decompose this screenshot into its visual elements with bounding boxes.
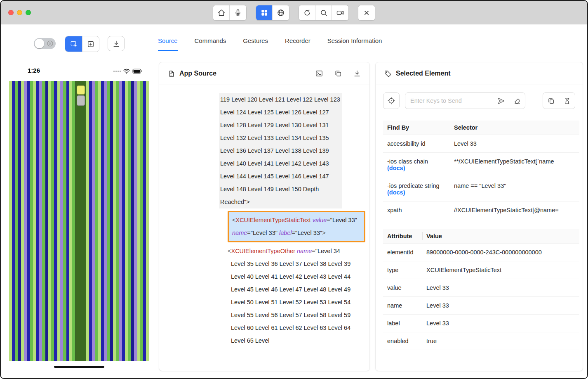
toggle-attributes-button[interactable] [315, 69, 323, 78]
screen-record-button[interactable] [332, 5, 348, 20]
clear-element-button[interactable] [509, 92, 525, 109]
stripe [69, 81, 72, 361]
stripe [72, 81, 75, 361]
search-button[interactable] [315, 5, 332, 20]
tab-gestures[interactable]: Gestures [243, 37, 268, 51]
stripe [104, 81, 107, 361]
stripe [57, 81, 60, 361]
microphone-icon [234, 9, 242, 17]
player-block-top [77, 85, 85, 95]
source-next-element[interactable]: <XCUIElementTypeOther name="Level 34 Lev… [228, 245, 351, 347]
traffic-lights [8, 10, 31, 15]
stripe [21, 81, 24, 361]
tab-source[interactable]: Source [158, 37, 178, 51]
tab-session-information[interactable]: Session Information [327, 37, 382, 51]
source-parent-text[interactable]: 119 Level 120 Level 121 Level 122 Level … [219, 93, 342, 208]
search-icon [320, 9, 328, 17]
download-screenshot-button[interactable] [108, 36, 125, 51]
selector-value: Level 33 [450, 135, 579, 152]
attribute-table: Attribute Value elementId89000000-0000-0… [383, 229, 579, 350]
close-window-button[interactable] [8, 10, 14, 15]
selector-value: name == "Level 33" [450, 177, 579, 201]
stripe [116, 81, 119, 361]
copy-icon [334, 69, 342, 78]
stripe [140, 81, 143, 361]
find-by-label: accessibility id [383, 135, 450, 152]
player-block-bottom [77, 95, 85, 106]
attribute-row: elementId89000000-0000-0000-243C-0000000… [383, 244, 579, 261]
stripe [27, 81, 30, 361]
stripe [63, 81, 66, 361]
find-by-table-header: Find By Selector [383, 121, 579, 135]
selected-element-header: Selected Element [376, 62, 583, 85]
minimize-window-button[interactable] [17, 10, 22, 15]
stripe [24, 81, 27, 361]
stripe [30, 81, 33, 361]
docs-link[interactable]: (docs) [387, 189, 446, 196]
find-by-table: Find By Selector accessibility idLevel 3… [383, 121, 579, 219]
app-grid-button[interactable] [256, 5, 273, 20]
stripe [18, 81, 21, 361]
attribute-header-cell: Attribute [383, 229, 422, 243]
app-source-title: App Source [179, 70, 216, 77]
device-screenshot[interactable]: 1:26 [9, 63, 149, 372]
tab-commands[interactable]: Commands [195, 37, 226, 51]
stripe [146, 81, 149, 361]
plus-square-icon [87, 40, 95, 48]
app-source-header: App Source [159, 62, 369, 85]
stripe [95, 81, 98, 361]
cellular-dots-icon [113, 71, 121, 72]
quit-session-button[interactable] [358, 5, 375, 20]
stripe [9, 81, 12, 361]
globe-icon [277, 9, 285, 17]
attribute-table-header: Attribute Value [383, 229, 579, 244]
selector-header-cell: Selector [450, 121, 579, 135]
get-timing-button[interactable] [559, 92, 575, 109]
send-keys-input[interactable] [405, 92, 493, 109]
device-status-icons [113, 68, 143, 74]
stripe [12, 81, 15, 361]
stripe [137, 81, 140, 361]
locate-element-button[interactable] [383, 92, 400, 109]
find-by-label: -ios predicate string(docs) [383, 177, 450, 201]
locate-icon [387, 97, 395, 105]
attribute-value: Level 33 [422, 297, 579, 314]
value-header-cell: Value [422, 229, 579, 243]
file-text-icon [167, 70, 175, 78]
app-source-actions [315, 69, 361, 78]
source-selected-element[interactable]: <XCUIElementTypeStaticText value="Level … [228, 211, 365, 242]
stripe [15, 81, 18, 361]
stripe [92, 81, 95, 361]
stripe [54, 81, 57, 361]
tab-recorder[interactable]: Recorder [285, 37, 310, 51]
home-icon [217, 9, 226, 17]
copy-icon [547, 97, 555, 105]
device-status-bar: 1:26 [9, 63, 149, 81]
send-keys-button[interactable] [493, 92, 509, 109]
home-button[interactable] [213, 5, 230, 20]
select-elements-button[interactable] [65, 36, 82, 52]
attribute-row: nameLevel 33 [383, 297, 579, 315]
zoom-window-button[interactable] [26, 10, 31, 15]
copy-attributes-button[interactable] [543, 92, 559, 109]
toolbar-group-close [358, 5, 375, 21]
app-window: 1:26 SourceCommandsGesturesRecorderSessi… [0, 0, 588, 379]
microphone-button[interactable] [230, 5, 246, 20]
refresh-button[interactable] [299, 5, 315, 20]
device-clock: 1:26 [28, 67, 40, 74]
device-home-area [9, 361, 149, 372]
stripe [119, 81, 122, 361]
docs-link[interactable]: (docs) [387, 165, 446, 171]
toolbar-group-view [256, 5, 289, 21]
globe-button[interactable] [273, 5, 289, 20]
copy-source-button[interactable] [334, 69, 342, 78]
stripe [131, 81, 134, 361]
swipe-coordinates-button[interactable] [82, 36, 99, 52]
download-source-button[interactable] [353, 69, 361, 78]
stripe [107, 81, 110, 361]
clear-icon [513, 97, 521, 105]
screenshot-interaction-toggle[interactable] [34, 38, 56, 49]
find-by-row: -ios predicate string(docs)name == "Leve… [383, 177, 579, 201]
close-circle-icon [47, 40, 54, 47]
find-by-label: xpath [383, 201, 450, 219]
